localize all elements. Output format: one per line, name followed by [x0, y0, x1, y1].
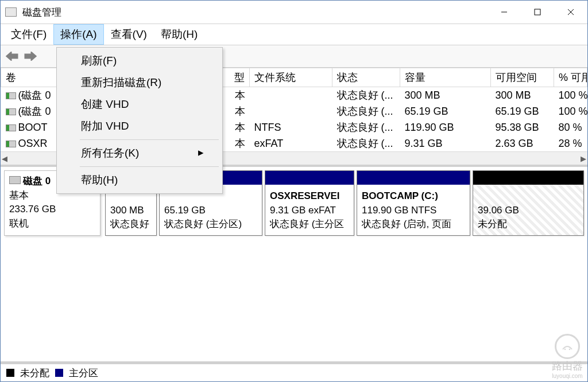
maximize-button[interactable]: [521, 1, 554, 24]
vol-capacity: 9.31 GB: [400, 135, 491, 151]
col-capacity[interactable]: 容量: [400, 68, 491, 87]
disk-name: 磁盘 0: [23, 176, 51, 186]
partition-size: 300 MB: [110, 204, 153, 218]
partition-status: 状态良好 (主分区): [164, 217, 258, 232]
partition-box[interactable]: OSXRESERVEI9.31 GB exFAT状态良好 (主分区: [265, 170, 354, 236]
partition-title: OSXRESERVEI: [270, 189, 350, 204]
disk-size: 233.76 GB: [9, 202, 95, 217]
partition-body: OSXRESERVEI9.31 GB exFAT状态良好 (主分区: [265, 185, 354, 235]
app-icon: [5, 7, 17, 17]
menuitem-attach-vhd[interactable]: 附加 VHD: [58, 115, 221, 137]
vol-fs: NTFS: [250, 119, 332, 135]
partition-status: 状态良好: [110, 217, 153, 232]
vol-name: (磁盘 0: [18, 106, 51, 117]
svg-rect-1: [535, 9, 540, 15]
vol-fs: [250, 87, 332, 104]
close-button[interactable]: [554, 1, 587, 24]
partition-title: BOOTCAMP (C:): [362, 189, 466, 204]
chevron-right-icon: ▶: [581, 154, 586, 163]
vol-name: BOOT: [18, 122, 48, 133]
vol-free: 95.38 GB: [491, 119, 554, 135]
menuitem-help[interactable]: 帮助(H): [58, 169, 221, 191]
close-icon: [567, 9, 574, 15]
titlebar: 磁盘管理: [1, 1, 587, 24]
partition-size: 39.06 GB: [478, 204, 580, 218]
window-title: 磁盘管理: [22, 6, 488, 19]
vol-pct: 100 %: [554, 103, 587, 119]
disk-icon: [9, 176, 21, 184]
menubar: 文件(F) 操作(A) 查看(V) 帮助(H): [1, 24, 587, 45]
menuitem-rescan[interactable]: 重新扫描磁盘(R): [58, 72, 221, 93]
menuitem-all-tasks[interactable]: 所有任务(K) ▸: [58, 142, 221, 164]
menuitem-refresh[interactable]: 刷新(F): [58, 50, 221, 72]
empty-space: [1, 239, 587, 361]
vol-capacity: 119.90 GB: [400, 119, 491, 135]
vol-pct: 100 %: [554, 87, 587, 104]
disk-layout-panel: 磁盘 0 基本 233.76 GB 联机 300 MB状态良好65.19 GB状…: [1, 165, 587, 364]
menu-separator: [80, 139, 219, 140]
arrow-right-icon: [24, 52, 37, 61]
partition-body: 39.06 GB未分配: [473, 185, 583, 235]
vol-name: OSXR: [18, 138, 48, 149]
vol-name: (磁盘 0: [18, 89, 51, 101]
menuitem-all-tasks-label: 所有任务(K): [81, 146, 139, 161]
svg-marker-5: [25, 53, 36, 60]
nav-back-button[interactable]: [4, 48, 20, 64]
partition-stripe: [265, 171, 354, 185]
chevron-left-icon: ◀: [2, 154, 7, 163]
menu-action[interactable]: 操作(A): [53, 24, 103, 45]
menu-file[interactable]: 文件(F): [4, 24, 53, 45]
volume-icon: [6, 92, 16, 99]
legend-label-primary: 主分区: [69, 367, 98, 380]
partition-stripe: [473, 171, 583, 185]
svg-marker-4: [7, 53, 17, 60]
menu-view[interactable]: 查看(V): [104, 24, 154, 45]
legend-swatch-unallocated: [6, 369, 14, 377]
vol-free: 65.19 GB: [491, 103, 554, 119]
minimize-button[interactable]: [488, 1, 521, 24]
vol-fs: [250, 103, 332, 119]
vol-free: 300 MB: [491, 87, 554, 104]
volume-icon: [6, 141, 16, 147]
vol-capacity: 300 MB: [400, 87, 491, 104]
col-fs[interactable]: 文件系统: [250, 68, 332, 87]
vol-status: 状态良好 (...: [332, 87, 400, 104]
minimize-icon: [501, 9, 508, 15]
menuitem-create-vhd[interactable]: 创建 VHD: [58, 93, 221, 115]
arrow-left-icon: [6, 52, 18, 61]
vol-pct: 80 %: [554, 119, 587, 135]
maximize-icon: [534, 9, 541, 15]
legend: 未分配 主分区: [1, 364, 587, 381]
nav-forward-button[interactable]: [22, 48, 38, 64]
action-dropdown: 刷新(F) 重新扫描磁盘(R) 创建 VHD 附加 VHD 所有任务(K) ▸ …: [56, 47, 223, 194]
partition-body: BOOTCAMP (C:)119.90 GB NTFS状态良好 (启动, 页面: [357, 185, 470, 235]
col-status[interactable]: 状态: [332, 68, 400, 87]
vol-status: 状态良好 (...: [332, 103, 400, 119]
vol-fs: exFAT: [250, 135, 332, 151]
vol-pct: 28 %: [554, 135, 587, 151]
submenu-arrow-icon: ▸: [198, 146, 204, 161]
col-pctfree[interactable]: % 可用: [554, 68, 587, 87]
partition-status: 未分配: [478, 217, 580, 232]
partition-size: 9.31 GB exFAT: [270, 204, 350, 218]
volume-icon: [6, 108, 16, 115]
vol-status: 状态良好 (...: [332, 119, 400, 135]
partition-size: 65.19 GB: [164, 204, 258, 218]
col-free[interactable]: 可用空间: [491, 68, 554, 87]
legend-label-unallocated: 未分配: [20, 367, 49, 380]
partition-box[interactable]: 39.06 GB未分配: [473, 170, 584, 236]
vol-status: 状态良好 (...: [332, 135, 400, 151]
legend-swatch-primary: [55, 369, 63, 377]
vol-free: 2.63 GB: [491, 135, 554, 151]
partition-status: 状态良好 (主分区: [270, 217, 350, 232]
menu-help[interactable]: 帮助(H): [154, 24, 204, 45]
volume-icon: [6, 124, 16, 131]
partition-size: 119.90 GB NTFS: [362, 204, 466, 218]
disk-status: 联机: [9, 217, 95, 231]
partition-title: [478, 189, 580, 204]
partition-stripe: [357, 171, 470, 185]
partition-box[interactable]: BOOTCAMP (C:)119.90 GB NTFS状态良好 (启动, 页面: [357, 170, 470, 236]
menu-separator: [80, 166, 219, 167]
vol-capacity: 65.19 GB: [400, 103, 491, 119]
partition-status: 状态良好 (启动, 页面: [362, 217, 466, 232]
